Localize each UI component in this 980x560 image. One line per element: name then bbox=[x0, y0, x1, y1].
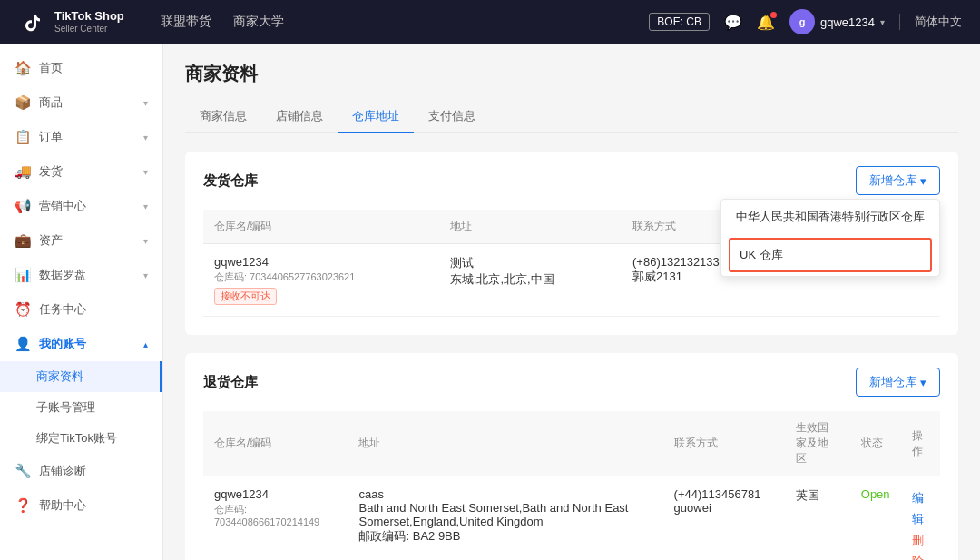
tab-shop-info[interactable]: 店铺信息 bbox=[261, 101, 338, 132]
svg-point-0 bbox=[18, 7, 47, 36]
products-icon: 📦 bbox=[15, 94, 32, 111]
assets-icon: 💼 bbox=[15, 232, 32, 249]
ret-status-1: Open bbox=[861, 487, 890, 501]
ret-col-country: 生效国家及地区 bbox=[785, 411, 850, 476]
address-line1: 测试 bbox=[450, 255, 611, 271]
sidebar-item-data[interactable]: 📊 数据罗盘 ▾ bbox=[0, 258, 162, 292]
user-chevron-icon: ▾ bbox=[880, 17, 885, 27]
page-tabs: 商家信息 店铺信息 仓库地址 支付信息 bbox=[185, 101, 958, 133]
return-section-title: 退货仓库 bbox=[203, 374, 258, 391]
shipping-section-header: 发货仓库 新增仓库 ▾ bbox=[203, 166, 940, 195]
return-warehouse-section: 退货仓库 新增仓库 ▾ 仓库名/编码 地址 联系方式 生效国家及地区 状态 操作 bbox=[185, 353, 958, 560]
top-nav-right: BOE: CB 💬 🔔 g gqwe1234 ▾ 简体中文 bbox=[649, 9, 962, 34]
return-section-header: 退货仓库 新增仓库 ▾ bbox=[203, 368, 940, 397]
ret-contact-cell-1: (+44)113456781 guowei bbox=[663, 476, 785, 561]
sidebar-item-help[interactable]: ❓ 帮助中心 bbox=[0, 488, 162, 523]
account-icon: 👤 bbox=[15, 336, 32, 352]
account-submenu: 商家资料 子账号管理 绑定TikTok账号 bbox=[0, 361, 162, 454]
ret-warehouse-name-cell-1: gqwe1234 仓库码: 7034408666170214149 bbox=[203, 476, 348, 561]
avatar: g bbox=[789, 9, 815, 34]
home-icon: 🏠 bbox=[15, 60, 32, 76]
ret-col-name: 仓库名/编码 bbox=[203, 411, 348, 476]
shipping-chevron-icon: ▾ bbox=[143, 167, 148, 177]
sidebar-label-data: 数据罗盘 bbox=[39, 267, 86, 283]
ret-col-contact: 联系方式 bbox=[663, 411, 785, 476]
sidebar-item-assets[interactable]: 💼 资产 ▾ bbox=[0, 223, 162, 258]
add-warehouse-dropdown: 中华人民共和国香港特别行政区仓库 UK 仓库 bbox=[720, 199, 940, 277]
notification-icon[interactable]: 🔔 bbox=[757, 14, 775, 31]
ret-contact-name-1: guowei bbox=[674, 501, 774, 515]
ret-country-cell-1: 英国 bbox=[785, 476, 850, 561]
tab-merchant-info[interactable]: 商家信息 bbox=[185, 101, 261, 132]
sidebar-sub-bind-tiktok[interactable]: 绑定TikTok账号 bbox=[0, 423, 162, 454]
ret-status-cell-1: Open bbox=[850, 476, 901, 561]
language-selector[interactable]: 简体中文 bbox=[899, 14, 962, 30]
sidebar-item-shipping[interactable]: 🚚 发货 ▾ bbox=[0, 154, 162, 189]
ret-addr-line1-1: caas bbox=[358, 487, 652, 501]
assets-chevron-icon: ▾ bbox=[143, 236, 148, 246]
col-warehouse-name: 仓库名/编码 bbox=[203, 210, 439, 244]
chat-icon[interactable]: 💬 bbox=[724, 14, 742, 31]
sidebar-label-diagnosis: 店铺诊断 bbox=[39, 463, 86, 479]
sidebar-item-orders[interactable]: 📋 订单 ▾ bbox=[0, 120, 162, 154]
tab-payment[interactable]: 支付信息 bbox=[414, 101, 490, 132]
add-shipping-btn-label: 新增仓库 bbox=[869, 172, 916, 189]
add-shipping-warehouse-button[interactable]: 新增仓库 ▾ bbox=[856, 166, 940, 195]
orders-chevron-icon: ▾ bbox=[143, 133, 148, 142]
nav-affiliate[interactable]: 联盟带货 bbox=[161, 14, 211, 30]
col-address: 地址 bbox=[439, 210, 622, 244]
orders-icon: 📋 bbox=[15, 129, 32, 145]
ret-action-cell-1: 编辑 删除 bbox=[901, 476, 940, 561]
sidebar-label-assets: 资产 bbox=[39, 232, 63, 249]
return-warehouse-table: 仓库名/编码 地址 联系方式 生效国家及地区 状态 操作 gqwe1234 仓库… bbox=[203, 411, 940, 560]
sidebar-sub-merchant-info[interactable]: 商家资料 bbox=[0, 361, 162, 392]
dropdown-item-hk[interactable]: 中华人民共和国香港特别行政区仓库 bbox=[721, 200, 939, 234]
account-chevron-icon: ▴ bbox=[143, 339, 148, 349]
dropdown-item-uk[interactable]: UK 仓库 bbox=[729, 238, 932, 272]
sidebar-item-tasks[interactable]: ⏰ 任务中心 bbox=[0, 292, 162, 327]
sidebar-item-products[interactable]: 📦 商品 ▾ bbox=[0, 85, 162, 120]
username: gqwe1234 bbox=[820, 15, 875, 29]
nav-university[interactable]: 商家大学 bbox=[233, 14, 284, 30]
sidebar-label-shipping: 发货 bbox=[39, 163, 63, 180]
brand-subtitle: Seller Center bbox=[54, 24, 124, 34]
tasks-icon: ⏰ bbox=[15, 301, 32, 318]
sidebar-item-account[interactable]: 👤 我的账号 ▴ bbox=[0, 327, 162, 361]
sidebar-item-home[interactable]: 🏠 首页 bbox=[0, 51, 162, 85]
add-return-chevron-icon: ▾ bbox=[920, 376, 926, 389]
sidebar: 🏠 首页 📦 商品 ▾ 📋 订单 ▾ 🚚 发货 ▾ 📢 营销中心 ▾ 💼 资产 … bbox=[0, 44, 163, 560]
delete-button-1[interactable]: 删除 bbox=[912, 530, 929, 560]
data-icon: 📊 bbox=[15, 267, 32, 283]
boe-badge[interactable]: BOE: CB bbox=[649, 13, 710, 31]
shipping-icon: 🚚 bbox=[15, 163, 32, 180]
products-chevron-icon: ▾ bbox=[143, 98, 148, 108]
ret-col-address: 地址 bbox=[348, 411, 662, 476]
shipping-warehouse-section: 发货仓库 新增仓库 ▾ 仓库名/编码 地址 联系方式 生效国家及地区 bbox=[185, 152, 958, 335]
top-navigation: TikTok Shop Seller Center 联盟带货 商家大学 BOE:… bbox=[0, 0, 980, 44]
ret-addr-line2-1: Bath and North East Somerset,Bath and No… bbox=[358, 501, 652, 528]
brand-name: TikTok Shop bbox=[54, 9, 124, 24]
add-return-warehouse-button[interactable]: 新增仓库 ▾ bbox=[856, 368, 940, 397]
ret-col-action: 操作 bbox=[901, 411, 940, 476]
ret-address-cell-1: caas Bath and North East Somerset,Bath a… bbox=[348, 476, 662, 561]
add-return-btn-label: 新增仓库 bbox=[869, 374, 916, 390]
user-menu[interactable]: g gqwe1234 ▾ bbox=[789, 9, 885, 34]
sidebar-sub-account-manage[interactable]: 子账号管理 bbox=[0, 392, 162, 423]
sidebar-item-marketing[interactable]: 📢 营销中心 ▾ bbox=[0, 189, 162, 223]
add-shipping-chevron-icon: ▾ bbox=[920, 174, 926, 188]
sidebar-label-products: 商品 bbox=[39, 94, 63, 111]
logo[interactable]: TikTok Shop Seller Center bbox=[18, 7, 124, 36]
shipping-warehouse-name-cell: gqwe1234 仓库码: 7034406527763023621 接收不可达 bbox=[203, 244, 439, 317]
sidebar-label-tasks: 任务中心 bbox=[39, 301, 86, 318]
ret-country-1: 英国 bbox=[796, 488, 819, 502]
edit-button-1[interactable]: 编辑 bbox=[912, 487, 929, 530]
tab-warehouse[interactable]: 仓库地址 bbox=[338, 101, 414, 132]
sidebar-label-help: 帮助中心 bbox=[39, 497, 86, 514]
ret-col-status: 状态 bbox=[850, 411, 901, 476]
shipping-section-title: 发货仓库 bbox=[203, 172, 258, 190]
sidebar-label-orders: 订单 bbox=[39, 129, 63, 145]
warehouse-code: 仓库码: 7034406527763023621 bbox=[214, 270, 428, 284]
sidebar-item-diagnosis[interactable]: 🔧 店铺诊断 bbox=[0, 454, 162, 488]
marketing-chevron-icon: ▾ bbox=[143, 201, 148, 211]
shipping-address-cell: 测试 东城,北京,北京,中国 bbox=[439, 244, 622, 317]
